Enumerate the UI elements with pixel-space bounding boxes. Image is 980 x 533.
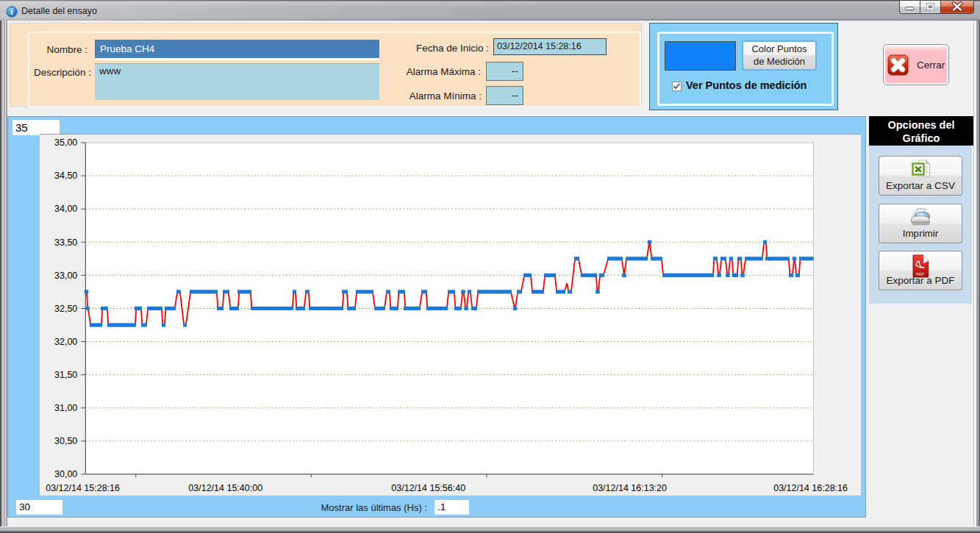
svg-text:03/12/14 15:40:00: 03/12/14 15:40:00 [188, 483, 262, 493]
svg-text:33,00: 33,00 [54, 271, 77, 281]
svg-text:03/12/14 15:28:16: 03/12/14 15:28:16 [46, 483, 120, 493]
svg-text:31,00: 31,00 [54, 403, 77, 413]
svg-text:30,00: 30,00 [54, 469, 77, 479]
svg-text:30,50: 30,50 [54, 436, 77, 446]
svg-text:33,50: 33,50 [54, 237, 77, 248]
svg-text:03/12/14 16:13:20: 03/12/14 16:13:20 [593, 483, 667, 493]
svg-text:32,00: 32,00 [54, 337, 77, 347]
svg-text:34,00: 34,00 [54, 204, 77, 214]
svg-text:32,50: 32,50 [54, 304, 77, 314]
svg-text:34,50: 34,50 [54, 171, 77, 181]
svg-text:03/12/14 16:28:16: 03/12/14 16:28:16 [773, 483, 848, 493]
svg-text:03/12/14 15:56:40: 03/12/14 15:56:40 [391, 483, 465, 493]
svg-text:31,50: 31,50 [54, 370, 77, 380]
svg-text:35,00: 35,00 [54, 137, 77, 148]
